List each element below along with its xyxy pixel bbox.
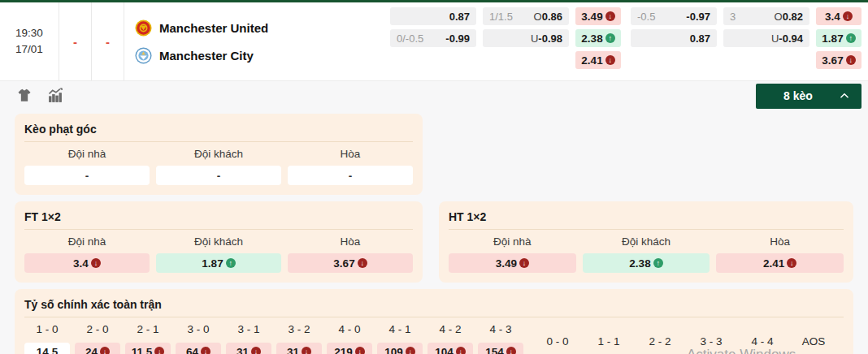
ft-ht-panels-row: FT 1×2 Đội nhà Đội khách Hòa 3.4↓ 1.87↑ … [15, 201, 853, 283]
under-odds-cell[interactable]: U -0.94 [723, 29, 809, 47]
trend-down-icon: ↓ [456, 347, 466, 354]
handicap-odds-cell[interactable]: 0.87 [390, 7, 476, 25]
score-label: 4 - 3 [478, 323, 523, 339]
score-column: 3 - 2 31↓ 17.5↓ [276, 323, 322, 354]
ht-away-odds[interactable]: 2.38↑ [583, 253, 710, 273]
score-odds-cell[interactable]: 31↓ [226, 343, 271, 354]
ft-away-odds[interactable]: 1.87↑ [156, 253, 281, 273]
toolbar: 8 kèo [0, 81, 868, 110]
score-label: AOS [791, 335, 836, 352]
panel-title: FT 1×2 [24, 208, 413, 230]
column-headers: Đội nhà Đội khách Hòa [449, 235, 844, 248]
trend-down-icon: ↓ [506, 347, 516, 354]
trend-up-icon: ↑ [226, 258, 236, 268]
away-win-odds-cell[interactable]: 1.87↑ [816, 29, 861, 47]
score-label: 0 - 0 [535, 335, 580, 352]
handicap-odds-cell[interactable]: 0/-0.5 -0.99 [390, 29, 476, 47]
score-label: 4 - 0 [327, 323, 372, 339]
score-column: 4 - 3 154↓ 89↓ [478, 323, 523, 354]
score-label: 2 - 1 [125, 323, 171, 339]
odds-values-row: 3.49↓ 2.38↑ 2.41↓ [449, 253, 844, 273]
away-header: Đội khách [583, 235, 710, 248]
over-odds-cell[interactable]: 3 O 0.82 [723, 7, 809, 25]
corner-draw-odds[interactable]: - [288, 166, 413, 185]
correct-score-panel: Tỷ số chính xác toàn trận 1 - 0 14.5 9↑ … [15, 289, 853, 354]
score-odds-cell[interactable]: 31↓ [276, 343, 322, 354]
corner-home-odds[interactable]: - [24, 166, 150, 185]
score-odds-cell[interactable]: 24↓ [75, 343, 120, 354]
ft-1x2-panel: FT 1×2 Đội nhà Đội khách Hòa 3.4↓ 1.87↑ … [15, 201, 423, 283]
ft-draw-odds[interactable]: 3.67↓ [288, 253, 413, 273]
odds-values-row: 3.4↓ 1.87↑ 3.67↓ [24, 253, 413, 273]
score-label: 1 - 1 [586, 335, 631, 352]
home-header: Đội nhà [24, 148, 150, 160]
score-column: AOS 15 [791, 335, 836, 354]
trend-down-icon: ↓ [605, 11, 615, 21]
trend-down-icon: ↓ [302, 347, 311, 354]
score-odds-cell[interactable]: 14.5 [24, 343, 70, 354]
score-column: 2 - 2 11.5↓ [637, 335, 683, 354]
trend-up-icon: ↑ [605, 33, 615, 43]
score-main-group: 1 - 0 14.5 9↑ 2 - 0 24↓ 10↑ 2 - 1 11.5↓ … [24, 323, 523, 354]
teams-column: Manchester United Manchester City [124, 2, 390, 80]
home-score: - [59, 2, 92, 80]
away-score: - [92, 2, 124, 80]
corner-away-odds[interactable]: - [156, 166, 281, 185]
match-odds-area: 0.87 1/1.5 O 0.86 3.49↓ 0/-0.5 -0.99 U -… [390, 2, 868, 80]
odds-values-row: - - - [24, 166, 413, 185]
home-win-odds-cell[interactable]: 3.4↓ [816, 7, 861, 25]
odds-group-1: 0.87 1/1.5 O 0.86 3.49↓ 0/-0.5 -0.99 U -… [390, 7, 621, 80]
manchester-city-logo-icon [135, 47, 152, 64]
score-odds-cell[interactable]: 219↓ [327, 343, 372, 354]
trend-down-icon: ↓ [91, 258, 101, 268]
jersey-icon[interactable] [16, 88, 33, 104]
column-headers: Đội nhà Đội khách Hòa [24, 148, 413, 160]
trend-down-icon: ↓ [787, 258, 796, 268]
trend-down-icon: ↓ [201, 347, 210, 354]
score-column: 2 - 1 11.5↓ 6.8↑ [125, 323, 171, 354]
score-label: 3 - 2 [276, 323, 322, 339]
manchester-united-logo-icon [135, 19, 152, 37]
away-header: Đội khách [156, 148, 281, 160]
score-odds-cell[interactable]: 11.5↓ [125, 343, 171, 354]
chevron-up-icon [839, 90, 850, 101]
draw-header: Hòa [288, 148, 413, 160]
score-odds-cell[interactable]: 64↓ [176, 343, 221, 354]
home-header: Đội nhà [24, 235, 150, 248]
match-time-column: 19:30 17/01 [0, 2, 59, 80]
draw-header: Hòa [288, 235, 413, 248]
odds-panels-area: Kèo phạt góc Đội nhà Đội khách Hòa - - -… [0, 110, 868, 354]
score-odds-cell[interactable]: 154↓ [478, 343, 523, 354]
draw-odds-cell[interactable]: 2.41↓ [575, 51, 621, 69]
score-column: 3 - 1 31↓ 12 [226, 323, 271, 354]
score-label: 3 - 0 [176, 323, 221, 339]
over-odds-cell[interactable]: 1/1.5 O 0.86 [483, 7, 569, 25]
panel-title: HT 1×2 [449, 208, 844, 230]
home-header: Đội nhà [449, 235, 576, 248]
bets-count-label: 8 kèo [783, 89, 813, 102]
score-column: 1 - 0 14.5 9↑ [24, 323, 70, 354]
ft-home-odds[interactable]: 3.4↓ [24, 253, 150, 273]
home-win-odds-cell[interactable]: 3.49↓ [575, 7, 621, 25]
score-column: 4 - 2 104↓ 39 [427, 323, 473, 354]
score-odds-cell[interactable]: 109↓ [377, 343, 423, 354]
home-team-row[interactable]: Manchester United [135, 19, 390, 37]
under-odds-cell[interactable]: U -0.98 [483, 29, 569, 47]
home-team-name: Manchester United [159, 21, 268, 35]
away-team-row[interactable]: Manchester City [135, 47, 390, 64]
score-odds-cell[interactable]: 104↓ [427, 343, 473, 354]
trend-down-icon: ↓ [251, 347, 261, 354]
handicap-odds-cell[interactable]: -0.5 -0.97 [631, 7, 717, 25]
away-team-name: Manchester City [159, 49, 254, 63]
handicap-odds-cell[interactable]: 0.87 [631, 29, 717, 47]
away-win-odds-cell[interactable]: 2.38↑ [575, 29, 621, 47]
stats-icon[interactable] [47, 88, 63, 104]
score-label: 1 - 0 [24, 323, 70, 339]
match-row: 19:30 17/01 - - Manchester United Manche… [0, 2, 868, 81]
ht-home-odds[interactable]: 3.49↓ [449, 253, 576, 273]
score-column: 2 - 0 24↓ 10↑ [75, 323, 120, 354]
bets-count-button[interactable]: 8 kèo [756, 84, 861, 109]
ht-draw-odds[interactable]: 2.41↓ [716, 253, 844, 273]
trend-down-icon: ↓ [846, 55, 856, 65]
draw-odds-cell[interactable]: 3.67↓ [816, 51, 861, 69]
